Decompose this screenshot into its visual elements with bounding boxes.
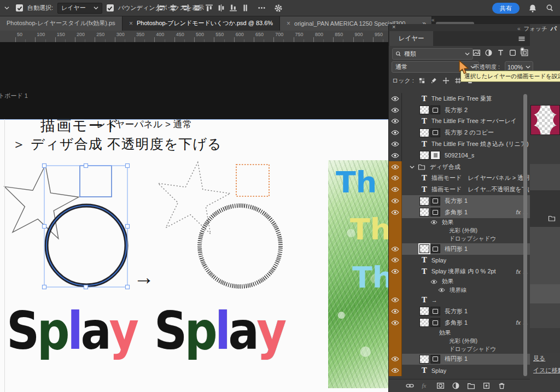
layer-style-fx-badge[interactable]: fx [516,209,521,215]
eye-visibility-icon[interactable] [438,286,445,294]
align-left-icon[interactable] [156,3,166,13]
collapse-panel-chevrons[interactable]: « [517,26,521,32]
share-button[interactable]: 共有 [492,3,520,14]
layer-row[interactable]: TSplay 境界線 内 0 % 2ptfx [389,266,530,277]
selection-handle[interactable] [126,164,130,168]
layer-thumbnail[interactable] [419,208,429,217]
delete-layer-icon[interactable] [497,381,506,390]
layer-thumbnail[interactable] [419,318,429,327]
vector-mask-thumbnail[interactable] [430,128,440,137]
vector-mask-thumbnail[interactable] [430,244,440,253]
selection-handle[interactable] [43,285,46,289]
hamburger-icon[interactable] [518,35,526,43]
layer-row[interactable]: TThe Little Fir Tree オーバーレイ [389,116,530,127]
layer-row[interactable]: 楕円形 1 [389,243,530,255]
lock-paint-icon[interactable] [430,77,438,84]
layer-row[interactable]: ドロップシャドウ [389,235,530,243]
vector-mask-thumbnail[interactable] [430,197,440,206]
eye-visibility-icon[interactable] [391,95,399,103]
document-tab[interactable]: ×Photoshop-ブレンドモードいくつか.psd @ 83.6% (RGB/… [122,16,280,31]
lock-move-icon[interactable] [442,77,450,84]
vector-mask-thumbnail[interactable] [430,355,440,364]
vector-mask-thumbnail[interactable] [430,208,440,217]
selection-handle[interactable] [84,164,88,168]
layer-row[interactable]: TSplay [389,365,530,376]
layer-row[interactable]: 5092104_s [389,150,530,161]
close-tab-icon[interactable]: × [129,20,133,27]
eye-visibility-icon[interactable] [391,163,399,171]
layer-row[interactable]: T描画モード レイヤーパネル > 透明 [389,173,530,184]
layer-row[interactable]: 効果 [389,329,530,337]
selection-handle[interactable] [126,225,130,229]
filter-type-dropdown[interactable]: 種類 [392,48,473,60]
eye-visibility-icon[interactable] [391,106,399,114]
bell-icon[interactable] [528,3,537,13]
folder-icon[interactable] [548,214,556,224]
eye-visibility-icon[interactable] [391,245,399,253]
layer-row[interactable]: TSplay [389,255,530,266]
selection-handle[interactable] [126,285,130,289]
shape-filter-icon[interactable] [508,48,517,57]
patterns-panel-tab-fragment[interactable]: パ [551,25,557,33]
search-icon[interactable] [545,3,555,13]
panel-link[interactable]: 見る [533,354,560,362]
tab-collapse-chevrons[interactable]: « [431,17,435,23]
eye-visibility-icon[interactable] [391,366,399,375]
eye-visibility-icon[interactable] [391,117,399,125]
more-options-icon[interactable] [257,3,266,13]
document-canvas[interactable]: 描画モード レイヤーパネル > 通常 ＞ ディザ合成 不透明度を下げる → Sp… [0,119,389,392]
filter-toggle-icon[interactable] [518,47,527,58]
layer-style-fx-icon[interactable]: fx [421,381,430,390]
vector-mask-thumbnail[interactable] [430,106,440,114]
selection-handle[interactable] [43,225,46,229]
pattern-swatch[interactable] [530,105,560,135]
eye-visibility-icon[interactable] [391,307,399,315]
layers-panel-tab[interactable]: レイヤー [389,31,433,46]
artboard-label[interactable]: トボード 1 [0,92,28,100]
eye-visibility-icon[interactable] [391,197,399,205]
layer-row[interactable]: 多角形 1fx [389,317,530,329]
layer-row[interactable]: 効果 [389,277,530,286]
image-filter-icon[interactable] [472,48,481,57]
panel-menu-icon[interactable] [518,35,526,45]
auto-select-target-dropdown[interactable]: レイヤー [57,3,102,14]
layer-row[interactable]: 長方形 1 [389,306,530,317]
layer-thumbnail[interactable] [419,197,429,206]
align-right-icon[interactable] [180,3,190,13]
layer-row[interactable]: 境界線 [389,286,530,294]
layer-row[interactable]: 長方形 2 のコピー [389,127,530,138]
layer-style-fx-badge[interactable]: fx [516,268,521,275]
eye-visibility-icon[interactable] [430,278,438,285]
eye-visibility-icon[interactable] [391,140,399,148]
layer-row[interactable]: 光彩 (外側) [389,227,530,235]
layer-thumbnail[interactable] [419,106,429,114]
eye-visibility-icon[interactable] [391,208,399,217]
layer-row[interactable]: ドロップシャドウ [389,346,530,354]
swatches-panel-tab-fragment[interactable]: フォッチ [524,25,547,33]
eye-visibility-icon[interactable] [391,355,399,363]
eye-visibility-icon[interactable] [391,185,399,194]
new-group-icon[interactable] [466,381,476,390]
panel-link[interactable]: イスに移動 [533,366,560,375]
eye-visibility-icon[interactable] [391,151,399,160]
tool-preset-chevron-icon[interactable] [2,3,11,13]
layer-row[interactable]: 光彩 (外側) [389,337,530,346]
layer-row[interactable]: 楕円形 1 [389,354,530,365]
layer-row[interactable]: T→ [389,294,530,306]
close-panel-icon[interactable]: × [392,24,395,30]
layer-row[interactable]: 長方形 2 [389,104,530,116]
show-bounding-box-checkbox[interactable] [107,4,114,11]
layer-row[interactable]: 長方形 1 [389,195,530,207]
eye-visibility-icon[interactable] [391,256,399,264]
chevron-down-icon[interactable] [4,5,9,10]
distribute-horizontal-icon[interactable] [217,3,226,13]
eye-visibility-icon[interactable] [391,128,399,137]
document-tab[interactable]: Photoshop-レイヤースタイル(fx効果).psd [0,16,122,31]
eye-visibility-icon[interactable] [430,219,438,226]
layer-style-fx-badge[interactable]: fx [516,319,521,326]
layer-row[interactable]: ディザ合成 [389,161,530,173]
align-top-icon[interactable] [205,3,214,13]
layer-thumbnail[interactable] [419,355,429,364]
auto-select-checkbox[interactable] [16,4,23,11]
layer-row[interactable]: TThe Little Fir Tree 乗算 [389,93,530,104]
